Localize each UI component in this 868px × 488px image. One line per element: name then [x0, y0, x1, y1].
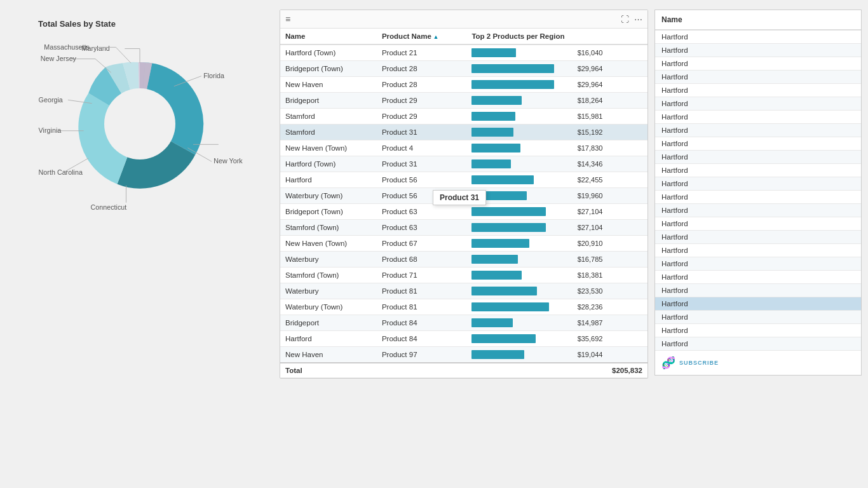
- list-item[interactable]: Hartford: [655, 231, 861, 244]
- cell-product: Product 84: [377, 331, 466, 347]
- menu-icon[interactable]: ≡: [285, 14, 290, 24]
- cell-product: Product 81: [377, 283, 466, 299]
- total-empty: [377, 363, 466, 378]
- col-product[interactable]: Product Name: [377, 29, 466, 44]
- table-row: Bridgeport Product 29 $18,264: [280, 93, 648, 109]
- more-icon[interactable]: ⋯: [634, 15, 642, 24]
- table-row: Bridgeport Product 84 $14,987: [280, 315, 648, 331]
- right-list: HartfordHartfordHartfordHartfordHartford…: [655, 30, 861, 351]
- list-item[interactable]: Hartford: [655, 124, 861, 137]
- list-item[interactable]: Hartford: [655, 244, 861, 257]
- cell-name: Hartford: [280, 331, 377, 347]
- cell-name: Waterbury (Town): [280, 188, 377, 204]
- table-row: Bridgeport (Town) Product 63 $27,104: [280, 204, 648, 220]
- cell-name: Stamford: [280, 125, 377, 140]
- cell-name: New Haven: [280, 77, 377, 93]
- svg-text:Virginia: Virginia: [39, 126, 62, 134]
- chart-title: Total Sales by State: [38, 19, 267, 29]
- cell-name: Hartford (Town): [280, 44, 377, 61]
- table-row: Hartford (Town) Product 21 $16,040: [280, 44, 648, 61]
- cell-bar: $16,040: [466, 44, 648, 61]
- cell-bar: $14,346: [466, 156, 648, 172]
- list-item[interactable]: Hartford: [655, 324, 861, 337]
- list-item[interactable]: Hartford: [655, 297, 861, 311]
- list-item[interactable]: Hartford: [655, 151, 861, 164]
- table-row: Stamford (Town) Product 63 $27,104: [280, 220, 648, 236]
- table-row: Waterbury (Town) Product 56 $19,960: [280, 188, 648, 204]
- cell-product: Product 63: [377, 220, 466, 236]
- cell-bar: $15,192: [466, 125, 648, 140]
- list-item[interactable]: Hartford: [655, 204, 861, 217]
- cell-bar: $18,264: [466, 93, 648, 109]
- cell-bar: $23,530: [466, 283, 648, 299]
- svg-text:Massachusetts: Massachusetts: [44, 43, 90, 51]
- table-row: Waterbury (Town) Product 81 $28,236: [280, 299, 648, 315]
- cell-bar: $17,830: [466, 140, 648, 156]
- list-item[interactable]: Hartford: [655, 311, 861, 324]
- dna-icon: 🧬: [661, 356, 675, 370]
- table-row: Stamford Product 31 $15,192: [280, 125, 648, 140]
- cell-bar: $27,104: [466, 204, 648, 220]
- table-row: Bridgeport (Town) Product 28 $29,964: [280, 61, 648, 77]
- expand-icon[interactable]: ⛶: [621, 15, 629, 24]
- cell-product: Product 97: [377, 347, 466, 363]
- list-item[interactable]: Hartford: [655, 111, 861, 124]
- table-row: Stamford (Town) Product 71 $18,381: [280, 268, 648, 283]
- list-item[interactable]: Hartford: [655, 137, 861, 151]
- cell-product: Product 21: [377, 44, 466, 61]
- cell-product: Product 84: [377, 315, 466, 331]
- list-item[interactable]: Hartford: [655, 57, 861, 71]
- cell-bar: $20,910: [466, 236, 648, 252]
- col-top2: Top 2 Products per Region: [466, 29, 648, 44]
- col-name[interactable]: Name: [280, 29, 377, 44]
- svg-text:Georgia: Georgia: [39, 96, 63, 104]
- list-item[interactable]: Hartford: [655, 217, 861, 231]
- list-item[interactable]: Hartford: [655, 257, 861, 271]
- right-section: Name HartfordHartfordHartfordHartfordHar…: [654, 10, 862, 376]
- list-item[interactable]: Hartford: [655, 284, 861, 297]
- table-row: Hartford Product 56 $22,455: [280, 172, 648, 188]
- chart-section: Total Sales by State Flo: [6, 6, 273, 219]
- table-row: Hartford Product 84 $35,692: [280, 331, 648, 347]
- cell-product: Product 29: [377, 109, 466, 125]
- cell-name: Bridgeport: [280, 93, 377, 109]
- cell-product: Product 71: [377, 268, 466, 283]
- cell-product: Product 29: [377, 93, 466, 109]
- table-row: Stamford Product 29 $15,981: [280, 109, 648, 125]
- list-item[interactable]: Hartford: [655, 337, 861, 351]
- list-item[interactable]: Hartford: [655, 44, 861, 57]
- cell-product: Product 4: [377, 140, 466, 156]
- svg-text:Florida: Florida: [203, 72, 224, 79]
- list-item[interactable]: Hartford: [655, 177, 861, 191]
- list-item[interactable]: Hartford: [655, 191, 861, 204]
- total-row: Total $205,832: [280, 363, 648, 378]
- cell-product: Product 28: [377, 61, 466, 77]
- list-item[interactable]: Hartford: [655, 271, 861, 284]
- list-item[interactable]: Hartford: [655, 97, 861, 111]
- table-row: Waterbury Product 68 $16,785: [280, 252, 648, 268]
- table-row: New Haven (Town) Product 67 $20,910: [280, 236, 648, 252]
- total-label: Total: [280, 363, 377, 378]
- list-item[interactable]: Hartford: [655, 164, 861, 177]
- svg-text:Connecticut: Connecticut: [90, 203, 126, 211]
- cell-name: Stamford (Town): [280, 220, 377, 236]
- list-item[interactable]: Hartford: [655, 71, 861, 84]
- table-row: Waterbury Product 81 $23,530: [280, 283, 648, 299]
- total-value: $205,832: [466, 363, 648, 378]
- subscribe-text[interactable]: SUBSCRIBE: [679, 360, 719, 366]
- cell-product: Product 81: [377, 299, 466, 315]
- list-item[interactable]: Hartford: [655, 30, 861, 44]
- cell-name: New Haven (Town): [280, 140, 377, 156]
- cell-bar: $19,960: [466, 188, 648, 204]
- table-scroll[interactable]: Name Product Name Top 2 Products per Reg…: [280, 29, 648, 378]
- cell-bar: $16,785: [466, 252, 648, 268]
- cell-name: Hartford (Town): [280, 156, 377, 172]
- cell-name: Waterbury (Town): [280, 299, 377, 315]
- cell-product: Product 28: [377, 77, 466, 93]
- svg-text:North Carolina: North Carolina: [39, 168, 83, 176]
- cell-bar: $35,692: [466, 331, 648, 347]
- cell-bar: $19,044: [466, 347, 648, 363]
- cell-product: Product 63: [377, 204, 466, 220]
- list-item[interactable]: Hartford: [655, 84, 861, 97]
- cell-bar: $29,964: [466, 77, 648, 93]
